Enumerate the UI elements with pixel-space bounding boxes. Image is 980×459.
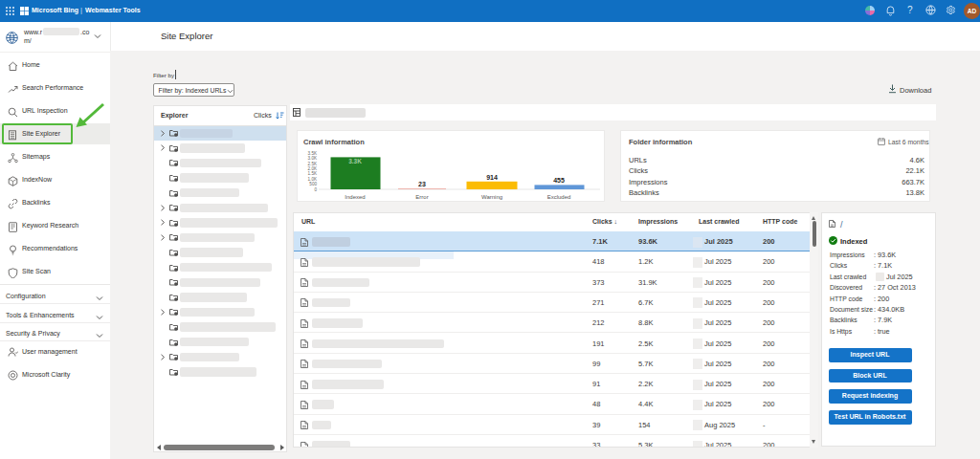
- svg-text:23: 23: [418, 181, 426, 187]
- svg-text:0: 0: [314, 187, 317, 192]
- svg-text:500: 500: [309, 182, 317, 186]
- svg-text:Indexed: Indexed: [345, 194, 365, 200]
- svg-text:Excluded: Excluded: [547, 194, 571, 200]
- svg-text:3.5K: 3.5K: [308, 151, 318, 156]
- svg-text:1.0K: 1.0K: [308, 177, 318, 182]
- svg-text:Warning: Warning: [481, 194, 502, 200]
- svg-text:914: 914: [486, 174, 498, 181]
- svg-text:2.0K: 2.0K: [308, 166, 318, 171]
- svg-text:1.5K: 1.5K: [308, 171, 318, 176]
- svg-text:3.0K: 3.0K: [308, 156, 318, 161]
- svg-text:455: 455: [553, 177, 565, 184]
- svg-text:Error: Error: [415, 194, 428, 200]
- svg-text:3.3K: 3.3K: [348, 158, 362, 164]
- svg-text:2.5K: 2.5K: [308, 162, 318, 166]
